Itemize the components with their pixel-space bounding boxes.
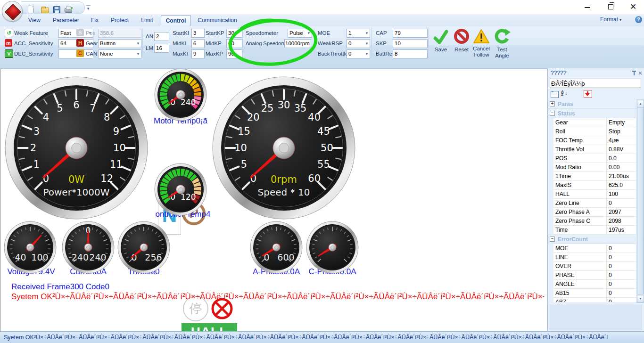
- svg-text:12: 12: [100, 173, 113, 184]
- table-row[interactable]: POS0.0: [548, 154, 636, 163]
- restore-button[interactable]: [603, 3, 618, 11]
- backthrottle-label: BackThrottle: [318, 50, 348, 57]
- row-gutter: [548, 217, 553, 226]
- table-row[interactable]: Zero Phase A2097: [548, 208, 636, 217]
- tab-parameter[interactable]: Parameter: [49, 15, 83, 25]
- row-label: POS: [553, 154, 607, 163]
- row-gutter: [548, 136, 553, 145]
- svg-text:100: 100: [31, 252, 48, 262]
- cancel-follow-button[interactable]: Cancel Follow: [471, 28, 492, 58]
- table-row[interactable]: GearEmpty: [548, 118, 636, 127]
- speed-gauge: 0510152025303540455055600rpmSpeed * 10: [212, 76, 355, 220]
- startki-input[interactable]: 3: [191, 29, 205, 38]
- save-icon[interactable]: [53, 6, 61, 13]
- scroll-down-arrow[interactable]: ▼: [637, 295, 644, 302]
- grid-category-status[interactable]: −Status: [548, 109, 636, 118]
- table-row[interactable]: FOC Temp4¡æ: [548, 136, 636, 145]
- midki-input[interactable]: 6: [191, 39, 205, 48]
- moe-dropdown[interactable]: 1▼: [347, 29, 370, 38]
- sort-az-icon[interactable]: AZ: [561, 90, 564, 96]
- weakrsp-dropdown[interactable]: 0▼: [347, 39, 370, 48]
- table-row[interactable]: HALL100: [548, 190, 636, 199]
- save-button[interactable]: Save: [430, 28, 452, 53]
- svg-text:600: 600: [277, 252, 294, 262]
- scroll-up-arrow[interactable]: ▲: [637, 100, 644, 107]
- tab-control[interactable]: Control: [161, 15, 191, 26]
- table-row[interactable]: RollStop: [548, 127, 636, 136]
- new-document-icon[interactable]: [28, 6, 35, 13]
- categorized-view-icon[interactable]: [551, 91, 559, 98]
- grid-category-errorcount[interactable]: −ErrorCount: [548, 235, 636, 244]
- table-row[interactable]: Zero Line0: [548, 199, 636, 208]
- grid-category-label: Status: [558, 110, 575, 117]
- table-row[interactable]: ANGLE0: [548, 280, 636, 289]
- ribbon-tab-row: View Parameter Fix Protect Limit Control…: [0, 14, 644, 26]
- maxki-input[interactable]: 9: [191, 49, 205, 58]
- lm-input[interactable]: 16: [154, 44, 169, 53]
- scrollbar-thumb[interactable]: [637, 107, 644, 294]
- table-row[interactable]: PHASE0: [548, 271, 636, 280]
- pin-icon[interactable]: [632, 70, 636, 76]
- backthrottle-dropdown[interactable]: 0▼: [347, 49, 370, 58]
- table-row[interactable]: MaxIS625.0: [548, 181, 636, 190]
- collapse-icon[interactable]: −: [550, 111, 555, 116]
- lm-label: LM: [146, 44, 153, 52]
- can-dropdown[interactable]: None▼: [98, 49, 141, 58]
- close-button[interactable]: ✕: [626, 3, 640, 11]
- an-input[interactable]: 2: [154, 32, 169, 41]
- table-row[interactable]: LINE0: [548, 253, 636, 262]
- tab-fix[interactable]: Fix: [84, 15, 105, 25]
- svg-text:-240: -240: [68, 252, 89, 262]
- tab-communication[interactable]: Communication: [191, 15, 244, 25]
- minimize-button[interactable]: [580, 3, 594, 11]
- collapse-icon[interactable]: −: [550, 237, 555, 242]
- expand-icon[interactable]: +: [550, 101, 555, 106]
- test-angle-button[interactable]: Test Angle: [491, 28, 513, 59]
- table-row[interactable]: Time197us: [548, 226, 636, 235]
- gear-dropdown[interactable]: Button▼: [98, 39, 141, 48]
- tab-view[interactable]: View: [21, 15, 48, 25]
- row-gutter: [548, 190, 553, 199]
- open-folder-icon[interactable]: [41, 6, 49, 13]
- cap-input[interactable]: 79: [393, 29, 428, 38]
- print-icon[interactable]: [65, 6, 72, 13]
- table-row[interactable]: Throttle Vol0.88V: [548, 145, 636, 154]
- row-value: 0: [607, 262, 636, 271]
- table-row[interactable]: Mod Ratio0.00: [548, 163, 636, 172]
- save-check-icon: [432, 28, 449, 45]
- analog-speedometer-input[interactable]: 10000rpm: [284, 39, 311, 48]
- battres-input[interactable]: 8: [393, 49, 428, 58]
- app-logo[interactable]: [2, 1, 23, 22]
- download-arrow-icon[interactable]: [584, 90, 592, 98]
- panel-close-icon[interactable]: ×: [638, 70, 642, 76]
- table-row[interactable]: ABZ0: [548, 298, 636, 302]
- help-icon[interactable]: ?: [635, 16, 642, 23]
- customize-quick-access-icon[interactable]: —▾: [86, 4, 91, 10]
- maxkp-input[interactable]: 90: [226, 49, 242, 58]
- table-row[interactable]: OVER0: [548, 262, 636, 271]
- skp-input[interactable]: 10: [393, 39, 428, 48]
- format-menu[interactable]: Format ▾: [600, 16, 621, 23]
- current-gauge: -2402400: [62, 221, 115, 274]
- tab-protect[interactable]: Protect: [106, 15, 133, 25]
- table-row[interactable]: 1Time21.00us: [548, 172, 636, 181]
- reset-button[interactable]: Reset: [451, 28, 472, 53]
- svg-text:240: 240: [89, 252, 106, 262]
- table-row[interactable]: MOE0: [548, 244, 636, 253]
- midkp-input[interactable]: 60: [226, 39, 242, 48]
- panel-scrollbar[interactable]: ▲ ▼: [636, 99, 644, 303]
- table-row[interactable]: AB150: [548, 289, 636, 298]
- search-input[interactable]: [550, 79, 641, 88]
- speedometer-dropdown[interactable]: Pulse▼: [288, 29, 312, 38]
- grid-category-label: Paras: [558, 101, 573, 107]
- row-gutter: [548, 172, 553, 181]
- application-window: —▾ ✕ View Parameter Fix Protect Limit Co…: [0, 0, 644, 343]
- tab-limit[interactable]: Limit: [134, 15, 160, 25]
- reset-prohibit-icon: [453, 28, 470, 45]
- svg-text:45: 45: [317, 126, 330, 137]
- table-row[interactable]: Zero Phase C2098: [548, 217, 636, 226]
- grid-category-paras[interactable]: +Paras: [548, 99, 636, 109]
- row-label: LINE: [553, 253, 607, 262]
- startkp-input[interactable]: 30: [226, 29, 242, 38]
- refresh-arrow-icon: [494, 28, 511, 45]
